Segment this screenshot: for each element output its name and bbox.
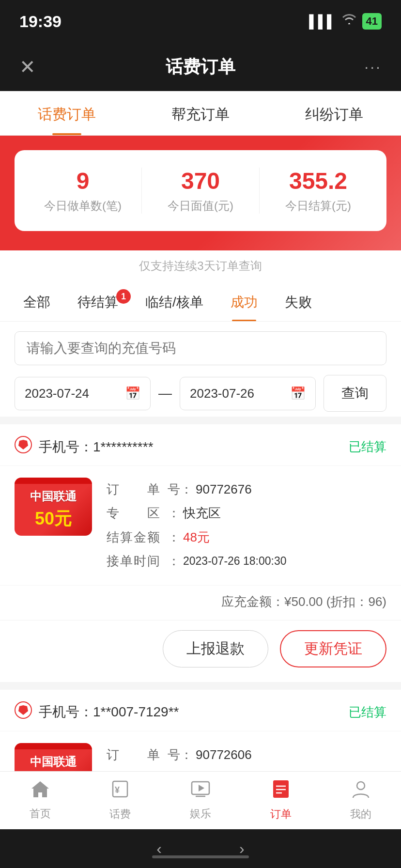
stat-face-value-num: 370 (142, 168, 259, 194)
status-time: 19:39 (19, 12, 62, 31)
gesture-bar: ‹ › (0, 829, 401, 868)
bottom-nav-entertainment[interactable]: 娱乐 (160, 772, 241, 829)
svg-text:¥: ¥ (115, 785, 120, 795)
stat-settlement: 355.2 今日结算(元) (260, 168, 377, 214)
order-card-1: 手机号：1********** 已结算 中国联通 50元 订 单 号： 9077… (0, 424, 401, 690)
calendar-from-icon: 📅 (125, 386, 140, 401)
battery-icon: 41 (362, 13, 382, 30)
date-to-field[interactable]: 2023-07-26 📅 (180, 377, 316, 410)
date-to-value: 2023-07-26 (190, 386, 254, 401)
stat-settlement-value: 355.2 (260, 168, 377, 194)
mine-icon (352, 779, 370, 803)
zone-label-1: 专 区 (107, 501, 165, 525)
filter-success[interactable]: 成功 (217, 283, 271, 321)
support-note: 仅支持连续3天订单查询 (0, 250, 401, 279)
tab-bangchong[interactable]: 帮充订单 (134, 91, 267, 135)
order-2-row-no: 订 单 号： 90772606 (107, 743, 386, 767)
bottom-home-label: 首页 (30, 806, 51, 821)
order-1-row-zone: 专 区 ： 快充区 (107, 501, 386, 525)
card-2-brand: 中国联通 (30, 754, 77, 770)
filter-tabs: 全部 待结算 1 临结/核单 成功 失败 (0, 279, 401, 322)
signal-icon: ▌▌▌ (309, 14, 336, 29)
order-1-row-time: 接单时间 ： 2023-07-26 18:00:30 (107, 549, 386, 573)
pending-badge: 1 (116, 289, 131, 304)
tab-jiufen[interactable]: 纠纷订单 (267, 91, 401, 135)
order-1-phone: 手机号：1********** (39, 438, 349, 456)
time-sep-1: ： (168, 549, 180, 573)
search-input[interactable] (27, 341, 374, 356)
filter-failed[interactable]: 失败 (271, 283, 325, 321)
stat-face-value-label: 今日面值(元) (142, 198, 259, 214)
back-button[interactable]: ‹ (156, 840, 162, 858)
bottom-nav-orders[interactable]: 订单 (241, 772, 321, 829)
refund-button-1[interactable]: 上报退款 (163, 630, 268, 667)
time-label-1: 接单时间 (107, 549, 165, 573)
svg-marker-5 (199, 785, 204, 791)
bottom-orders-label: 订单 (270, 807, 292, 822)
order-no-value-2: 90772606 (196, 743, 252, 767)
zone-value-1: 快充区 (183, 501, 221, 525)
close-icon[interactable]: ✕ (19, 56, 36, 78)
filter-pending[interactable]: 待结算 1 (64, 283, 132, 321)
more-icon[interactable]: ··· (364, 58, 382, 76)
entertainment-icon (191, 780, 210, 803)
stats-banner: 9 今日做单数(笔) 370 今日面值(元) 355.2 今日结算(元) (0, 136, 401, 250)
svg-point-11 (357, 782, 365, 790)
date-from-field[interactable]: 2023-07-24 📅 (15, 377, 151, 410)
order-1-footer: 应充金额：¥50.00 (折扣：96) (0, 586, 401, 620)
card-1-brand: 中国联通 (30, 489, 77, 504)
stat-face-value: 370 今日面值(元) (142, 168, 260, 214)
stat-orders: 9 今日做单数(笔) (24, 168, 142, 214)
home-indicator (152, 855, 249, 858)
unicom-icon-1 (15, 436, 32, 458)
stat-orders-value: 9 (24, 168, 141, 194)
filter-temp[interactable]: 临结/核单 (132, 283, 217, 321)
search-area: 2023-07-24 📅 — 2023-07-26 📅 查询 (0, 322, 401, 417)
order-1-header: 手机号：1********** 已结算 (0, 424, 401, 466)
charge-amount-1: 应充金额：¥50.00 (折扣：96) (221, 594, 386, 609)
main-tab-bar: 话费订单 帮充订单 纠纷订单 (0, 91, 401, 136)
order-2-status: 已结算 (349, 704, 386, 721)
order-1-row-settle: 结算金额 ： 48元 (107, 526, 386, 549)
bottom-nav-home[interactable]: 首页 (0, 772, 80, 829)
bottom-mine-label: 我的 (350, 807, 371, 822)
orders-icon (272, 779, 290, 803)
time-value-1: 2023-07-26 18:00:30 (183, 551, 287, 572)
unicom-icon-2 (15, 701, 32, 723)
date-row: 2023-07-24 📅 — 2023-07-26 📅 查询 (15, 375, 386, 412)
order-1-body: 中国联通 50元 订 单 号： 90772676 专 区 ： 快充区 结算金额 (0, 466, 401, 586)
stat-settlement-label: 今日结算(元) (260, 198, 377, 214)
search-input-wrap[interactable] (15, 331, 386, 365)
zone-sep-1: ： (168, 501, 180, 525)
calendar-to-icon: 📅 (290, 386, 306, 401)
order-1-row-no: 订 单 号： 90772676 (107, 478, 386, 501)
order-1-details: 订 单 号： 90772676 专 区 ： 快充区 结算金额 ： 48元 接单时… (107, 478, 386, 574)
order-no-label-2: 订 单 (107, 743, 165, 767)
order-no-sep-1: 号： (168, 478, 193, 501)
update-voucher-button-1[interactable]: 更新凭证 (280, 630, 386, 667)
status-icons: ▌▌▌ 41 (309, 13, 382, 30)
query-button[interactable]: 查询 (324, 375, 386, 412)
forward-button[interactable]: › (239, 840, 245, 858)
status-bar: 19:39 ▌▌▌ 41 (0, 0, 401, 43)
settle-value-1: 48元 (183, 526, 210, 549)
phone-bill-icon: ¥ (111, 779, 129, 803)
order-no-value-1: 90772676 (196, 478, 252, 501)
date-divider: — (158, 386, 172, 401)
bottom-nav-phone[interactable]: ¥ 话费 (80, 772, 161, 829)
stats-card: 9 今日做单数(笔) 370 今日面值(元) 355.2 今日结算(元) (15, 150, 386, 231)
bottom-phone-label: 话费 (109, 807, 131, 822)
page-title: 话费订单 (166, 55, 235, 79)
bottom-nav: 首页 ¥ 话费 娱乐 订单 (0, 771, 401, 829)
settle-sep-1: ： (168, 526, 180, 549)
bottom-nav-mine[interactable]: 我的 (321, 772, 401, 829)
wifi-icon (342, 14, 356, 29)
stat-orders-label: 今日做单数(笔) (24, 198, 141, 214)
order-1-status: 已结算 (349, 438, 386, 455)
order-2-phone: 手机号：1**007-7129** (39, 703, 349, 721)
tab-huafei[interactable]: 话费订单 (0, 91, 134, 135)
home-icon (31, 780, 50, 803)
date-from-value: 2023-07-24 (25, 386, 89, 401)
bottom-entertainment-label: 娱乐 (190, 806, 211, 821)
filter-all[interactable]: 全部 (10, 283, 64, 321)
